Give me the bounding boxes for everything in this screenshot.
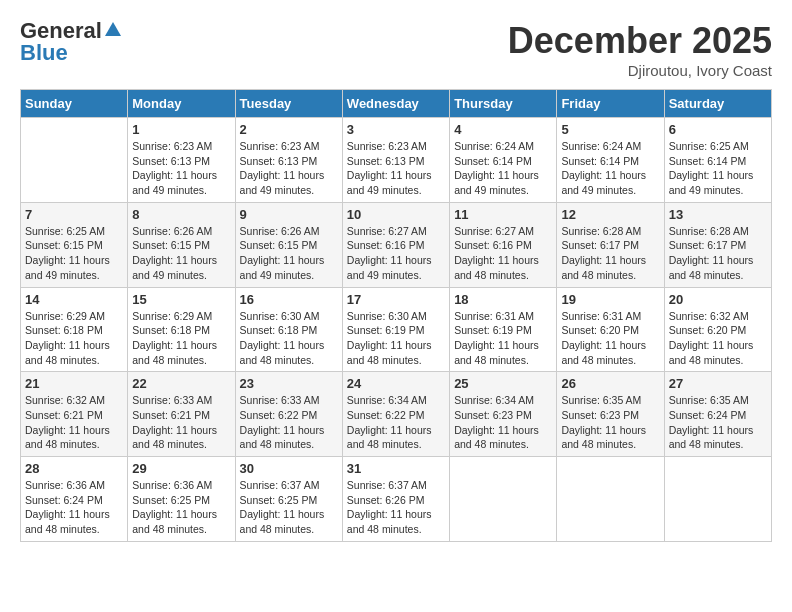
day-info: Sunrise: 6:27 AMSunset: 6:16 PMDaylight:… (347, 224, 445, 283)
day-info: Sunrise: 6:26 AMSunset: 6:15 PMDaylight:… (240, 224, 338, 283)
day-number: 29 (132, 461, 230, 476)
day-number: 22 (132, 376, 230, 391)
calendar-cell: 7Sunrise: 6:25 AMSunset: 6:15 PMDaylight… (21, 202, 128, 287)
day-number: 21 (25, 376, 123, 391)
day-number: 25 (454, 376, 552, 391)
title-area: December 2025 Djiroutou, Ivory Coast (508, 20, 772, 79)
day-of-week-header: Sunday (21, 90, 128, 118)
calendar-cell (664, 457, 771, 542)
calendar-cell: 21Sunrise: 6:32 AMSunset: 6:21 PMDayligh… (21, 372, 128, 457)
day-info: Sunrise: 6:23 AMSunset: 6:13 PMDaylight:… (347, 139, 445, 198)
calendar-cell (557, 457, 664, 542)
calendar-cell: 28Sunrise: 6:36 AMSunset: 6:24 PMDayligh… (21, 457, 128, 542)
day-info: Sunrise: 6:37 AMSunset: 6:25 PMDaylight:… (240, 478, 338, 537)
calendar-cell: 26Sunrise: 6:35 AMSunset: 6:23 PMDayligh… (557, 372, 664, 457)
calendar-cell: 5Sunrise: 6:24 AMSunset: 6:14 PMDaylight… (557, 118, 664, 203)
day-number: 24 (347, 376, 445, 391)
calendar-cell: 20Sunrise: 6:32 AMSunset: 6:20 PMDayligh… (664, 287, 771, 372)
day-number: 3 (347, 122, 445, 137)
day-number: 12 (561, 207, 659, 222)
day-info: Sunrise: 6:29 AMSunset: 6:18 PMDaylight:… (132, 309, 230, 368)
calendar-cell: 10Sunrise: 6:27 AMSunset: 6:16 PMDayligh… (342, 202, 449, 287)
day-number: 30 (240, 461, 338, 476)
calendar-cell: 31Sunrise: 6:37 AMSunset: 6:26 PMDayligh… (342, 457, 449, 542)
day-info: Sunrise: 6:29 AMSunset: 6:18 PMDaylight:… (25, 309, 123, 368)
day-info: Sunrise: 6:28 AMSunset: 6:17 PMDaylight:… (669, 224, 767, 283)
calendar-cell: 1Sunrise: 6:23 AMSunset: 6:13 PMDaylight… (128, 118, 235, 203)
day-number: 2 (240, 122, 338, 137)
day-number: 8 (132, 207, 230, 222)
calendar-cell: 11Sunrise: 6:27 AMSunset: 6:16 PMDayligh… (450, 202, 557, 287)
day-number: 9 (240, 207, 338, 222)
day-number: 7 (25, 207, 123, 222)
day-of-week-header: Monday (128, 90, 235, 118)
calendar-cell: 17Sunrise: 6:30 AMSunset: 6:19 PMDayligh… (342, 287, 449, 372)
calendar: SundayMondayTuesdayWednesdayThursdayFrid… (20, 89, 772, 542)
day-number: 11 (454, 207, 552, 222)
month-title: December 2025 (508, 20, 772, 62)
calendar-cell: 27Sunrise: 6:35 AMSunset: 6:24 PMDayligh… (664, 372, 771, 457)
calendar-cell: 19Sunrise: 6:31 AMSunset: 6:20 PMDayligh… (557, 287, 664, 372)
calendar-week-row: 7Sunrise: 6:25 AMSunset: 6:15 PMDaylight… (21, 202, 772, 287)
calendar-cell: 2Sunrise: 6:23 AMSunset: 6:13 PMDaylight… (235, 118, 342, 203)
calendar-cell (21, 118, 128, 203)
calendar-week-row: 28Sunrise: 6:36 AMSunset: 6:24 PMDayligh… (21, 457, 772, 542)
day-number: 17 (347, 292, 445, 307)
day-number: 20 (669, 292, 767, 307)
day-info: Sunrise: 6:33 AMSunset: 6:22 PMDaylight:… (240, 393, 338, 452)
day-info: Sunrise: 6:36 AMSunset: 6:24 PMDaylight:… (25, 478, 123, 537)
day-number: 26 (561, 376, 659, 391)
day-info: Sunrise: 6:26 AMSunset: 6:15 PMDaylight:… (132, 224, 230, 283)
day-info: Sunrise: 6:24 AMSunset: 6:14 PMDaylight:… (454, 139, 552, 198)
day-number: 15 (132, 292, 230, 307)
calendar-cell: 4Sunrise: 6:24 AMSunset: 6:14 PMDaylight… (450, 118, 557, 203)
logo: General Blue (20, 20, 122, 64)
day-info: Sunrise: 6:27 AMSunset: 6:16 PMDaylight:… (454, 224, 552, 283)
calendar-cell: 12Sunrise: 6:28 AMSunset: 6:17 PMDayligh… (557, 202, 664, 287)
calendar-cell: 16Sunrise: 6:30 AMSunset: 6:18 PMDayligh… (235, 287, 342, 372)
day-info: Sunrise: 6:35 AMSunset: 6:24 PMDaylight:… (669, 393, 767, 452)
calendar-week-row: 21Sunrise: 6:32 AMSunset: 6:21 PMDayligh… (21, 372, 772, 457)
header: General Blue December 2025 Djiroutou, Iv… (20, 20, 772, 79)
day-number: 23 (240, 376, 338, 391)
day-info: Sunrise: 6:31 AMSunset: 6:20 PMDaylight:… (561, 309, 659, 368)
calendar-cell: 14Sunrise: 6:29 AMSunset: 6:18 PMDayligh… (21, 287, 128, 372)
day-number: 18 (454, 292, 552, 307)
logo-general-text: General (20, 20, 102, 42)
day-info: Sunrise: 6:25 AMSunset: 6:15 PMDaylight:… (25, 224, 123, 283)
calendar-week-row: 14Sunrise: 6:29 AMSunset: 6:18 PMDayligh… (21, 287, 772, 372)
day-number: 5 (561, 122, 659, 137)
day-info: Sunrise: 6:35 AMSunset: 6:23 PMDaylight:… (561, 393, 659, 452)
calendar-cell: 23Sunrise: 6:33 AMSunset: 6:22 PMDayligh… (235, 372, 342, 457)
day-info: Sunrise: 6:30 AMSunset: 6:18 PMDaylight:… (240, 309, 338, 368)
day-info: Sunrise: 6:33 AMSunset: 6:21 PMDaylight:… (132, 393, 230, 452)
calendar-cell: 6Sunrise: 6:25 AMSunset: 6:14 PMDaylight… (664, 118, 771, 203)
day-info: Sunrise: 6:34 AMSunset: 6:23 PMDaylight:… (454, 393, 552, 452)
day-number: 14 (25, 292, 123, 307)
calendar-cell: 8Sunrise: 6:26 AMSunset: 6:15 PMDaylight… (128, 202, 235, 287)
day-info: Sunrise: 6:24 AMSunset: 6:14 PMDaylight:… (561, 139, 659, 198)
calendar-cell: 13Sunrise: 6:28 AMSunset: 6:17 PMDayligh… (664, 202, 771, 287)
svg-marker-0 (105, 22, 121, 36)
calendar-cell: 18Sunrise: 6:31 AMSunset: 6:19 PMDayligh… (450, 287, 557, 372)
calendar-cell: 9Sunrise: 6:26 AMSunset: 6:15 PMDaylight… (235, 202, 342, 287)
day-number: 28 (25, 461, 123, 476)
logo-blue-text: Blue (20, 42, 68, 64)
calendar-cell (450, 457, 557, 542)
calendar-week-row: 1Sunrise: 6:23 AMSunset: 6:13 PMDaylight… (21, 118, 772, 203)
calendar-cell: 30Sunrise: 6:37 AMSunset: 6:25 PMDayligh… (235, 457, 342, 542)
calendar-cell: 3Sunrise: 6:23 AMSunset: 6:13 PMDaylight… (342, 118, 449, 203)
day-info: Sunrise: 6:36 AMSunset: 6:25 PMDaylight:… (132, 478, 230, 537)
day-of-week-header: Wednesday (342, 90, 449, 118)
calendar-cell: 22Sunrise: 6:33 AMSunset: 6:21 PMDayligh… (128, 372, 235, 457)
day-info: Sunrise: 6:25 AMSunset: 6:14 PMDaylight:… (669, 139, 767, 198)
day-number: 1 (132, 122, 230, 137)
day-info: Sunrise: 6:37 AMSunset: 6:26 PMDaylight:… (347, 478, 445, 537)
day-info: Sunrise: 6:23 AMSunset: 6:13 PMDaylight:… (132, 139, 230, 198)
day-number: 6 (669, 122, 767, 137)
logo-icon (104, 20, 122, 38)
calendar-cell: 25Sunrise: 6:34 AMSunset: 6:23 PMDayligh… (450, 372, 557, 457)
day-info: Sunrise: 6:23 AMSunset: 6:13 PMDaylight:… (240, 139, 338, 198)
calendar-cell: 15Sunrise: 6:29 AMSunset: 6:18 PMDayligh… (128, 287, 235, 372)
day-of-week-header: Tuesday (235, 90, 342, 118)
